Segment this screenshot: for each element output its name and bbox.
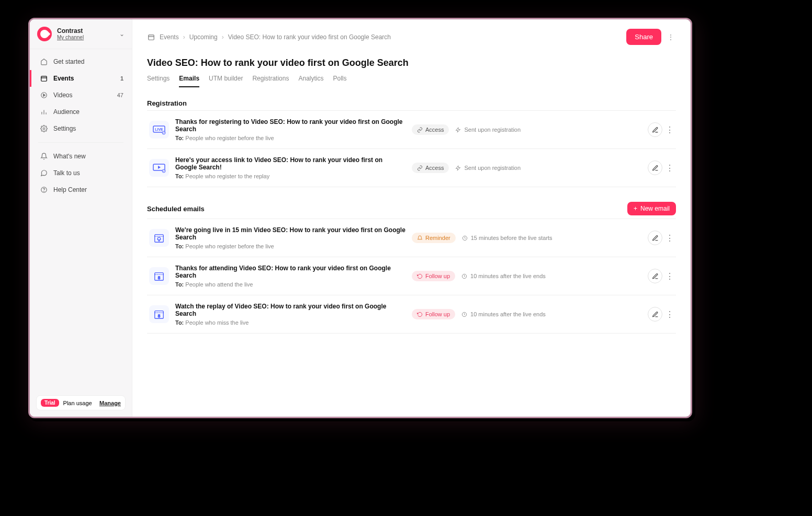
email-row: LIVE Thanks for registering to Video SEO… [147,111,676,149]
email-subject: Thanks for registering to Video SEO: How… [175,118,405,133]
sidebar-item-whats-new[interactable]: What's new [30,148,132,165]
sidebar-item-label: What's new [53,153,86,160]
plan-usage-box: Trial Plan usage Manage [36,395,126,410]
registration-email-list: LIVE Thanks for registering to Video SEO… [147,110,676,187]
sidebar-item-label: Videos [53,91,72,99]
more-vertical-icon[interactable]: ⋮ [666,233,674,243]
logo-icon [37,27,52,41]
calendar-date-icon: 5 [149,305,169,323]
edit-button[interactable] [648,231,662,245]
sidebar-item-get-started[interactable]: Get started [30,53,132,70]
sidebar-item-help-center[interactable]: Help Center [30,181,132,198]
sidebar-item-talk-to-us[interactable]: Talk to us [30,165,132,181]
calendar-bell-icon [149,229,169,247]
chip-label: Follow up [425,311,450,317]
sidebar-nav: Get started Events 1 Videos 47 [30,49,132,202]
email-row: Here's your access link to Video SEO: Ho… [147,149,676,187]
email-row: 5 Watch the replay of Video SEO: How to … [147,295,676,334]
chevron-down-icon: ⌄ [119,30,125,38]
svg-marker-16 [158,166,161,169]
workspace-switcher[interactable]: Contrast My channel ⌄ [30,19,132,49]
bars-icon [40,108,48,116]
svg-rect-0 [41,76,47,81]
replay-badge-icon [149,159,169,177]
chat-icon [40,169,48,177]
email-subject: Thanks for attending Video SEO: How to r… [175,265,405,279]
workspace-name: Contrast [57,28,84,35]
email-subject: Here's your access link to Video SEO: Ho… [175,156,405,171]
section-title-registration: Registration [147,99,187,107]
app-window: Contrast My channel ⌄ Get started Events… [28,18,692,418]
section-title-scheduled: Scheduled emails [147,205,205,213]
email-subject: Watch the replay of Video SEO: How to ra… [175,303,405,317]
breadcrumb-item[interactable]: Upcoming [189,33,218,41]
sidebar-badge: 1 [120,75,123,82]
tab-emails[interactable]: Emails [179,75,199,87]
chevron-right-icon: › [222,33,224,41]
email-timing: Sent upon registration [455,165,549,171]
svg-point-9 [44,191,44,192]
tab-registrations[interactable]: Registrations [252,75,289,87]
svg-point-7 [43,128,45,130]
sidebar-item-settings[interactable]: Settings [30,120,132,137]
edit-button[interactable] [648,307,662,322]
sidebar-item-audience[interactable]: Audience [30,104,132,120]
more-vertical-icon[interactable]: ⋮ [666,309,674,319]
new-email-button[interactable]: + New email [627,202,676,215]
tab-polls[interactable]: Polls [333,75,346,87]
email-to: People who register before the live [185,243,274,249]
svg-text:LIVE: LIVE [155,128,163,131]
more-vertical-icon[interactable]: ⋮ [666,125,674,135]
share-button[interactable]: Share [626,29,661,45]
new-email-label: New email [640,205,670,212]
more-vertical-icon[interactable]: ⋮ [666,32,676,42]
edit-button[interactable] [648,122,662,137]
followup-chip: Follow up [412,309,455,319]
tabs: Settings Emails UTM builder Registration… [147,75,676,88]
page-title: Video SEO: How to rank your video first … [147,58,676,68]
svg-text:5: 5 [158,314,160,318]
email-to: People who miss the live [185,319,249,326]
svg-rect-10 [149,35,154,39]
sidebar-item-videos[interactable]: Videos 47 [30,87,132,104]
email-row: We're going live in 15 min Video SEO: Ho… [147,219,676,257]
reminder-chip: Reminder [412,233,456,243]
scheduled-email-list: We're going live in 15 min Video SEO: Ho… [147,219,676,334]
trial-chip: Trial [41,399,59,407]
breadcrumb-item[interactable]: Events [160,33,179,41]
svg-point-20 [159,240,159,241]
more-vertical-icon[interactable]: ⋮ [666,271,674,281]
chip-label: Follow up [425,273,450,279]
help-icon [40,186,48,194]
email-to-prefix: To: [175,135,184,141]
tab-analytics[interactable]: Analytics [298,75,323,87]
followup-chip: Follow up [412,271,455,281]
email-to: People who register before the live [185,135,274,141]
tab-settings[interactable]: Settings [147,75,170,87]
sidebar-item-label: Talk to us [53,169,80,177]
email-to: People who register to the replay [185,173,269,179]
breadcrumb: Events › Upcoming › Video SEO: How to ra… [160,33,391,41]
workspace-subtitle: My channel [57,35,84,40]
sidebar-item-label: Events [53,75,74,82]
gear-icon [40,124,48,133]
tab-utm-builder[interactable]: UTM builder [209,75,243,87]
breadcrumb-item[interactable]: Video SEO: How to rank your video first … [228,33,391,41]
sidebar-item-events[interactable]: Events 1 [30,70,132,87]
chip-label: Access [425,127,444,133]
email-timing: Sent upon registration [455,127,549,133]
email-timing: 10 minutes after the live ends [461,273,556,279]
svg-marker-3 [43,94,46,97]
live-badge-icon: LIVE [149,121,169,139]
plus-icon: + [634,205,637,212]
sidebar-item-label: Get started [53,58,84,65]
manage-plan-link[interactable]: Manage [99,400,121,406]
chevron-right-icon: › [183,33,185,41]
edit-button[interactable] [648,160,662,175]
email-timing: 15 minutes before the live starts [462,235,556,241]
email-row: 5 Thanks for attending Video SEO: How to… [147,257,676,295]
svg-text:5: 5 [158,276,160,280]
edit-button[interactable] [648,269,662,283]
more-vertical-icon[interactable]: ⋮ [666,163,674,173]
sidebar: Contrast My channel ⌄ Get started Events… [30,19,132,417]
